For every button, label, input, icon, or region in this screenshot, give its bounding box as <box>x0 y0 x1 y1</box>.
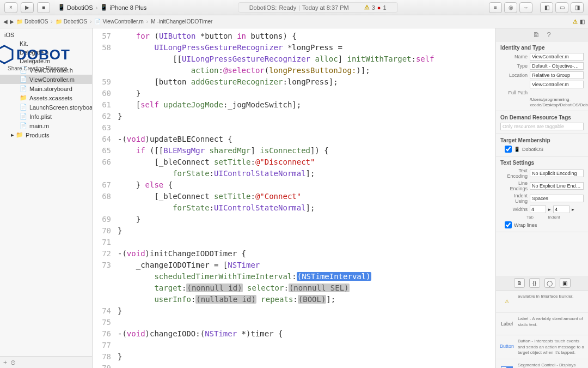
file-warning-icon[interactable]: ⚠ <box>573 19 578 25</box>
tree-item[interactable]: 📁 Assets.xcassets <box>0 93 92 102</box>
quick-help-tab-icon[interactable]: ? <box>547 31 550 39</box>
lib-file-templates-icon[interactable]: 🗎 <box>514 278 525 288</box>
identity-section-title: Identity and Type <box>500 45 584 51</box>
lib-media-icon[interactable]: ▣ <box>560 278 571 288</box>
jump-bar: ◀ ▶ 📁DobotiOS› 📁DobotiOS› 📄ViewControlle… <box>0 15 588 28</box>
tree-item[interactable]: 📄 Main.storyboard <box>0 84 92 93</box>
type-select[interactable]: Default - Objective-C Sou... <box>530 62 584 70</box>
tree-item[interactable]: 📄 LaunchScreen.storyboard <box>0 102 92 112</box>
activity-status: DobotiOS: Ready | Today at 8:37 PM ⚠3 ●1 <box>238 2 398 13</box>
name-field[interactable]: ViewController.m <box>530 53 584 61</box>
tree-item[interactable]: Delegate.m <box>0 57 92 65</box>
related-items-icon[interactable]: ◧ <box>580 19 585 25</box>
add-icon[interactable]: + <box>3 359 7 366</box>
error-icon[interactable]: ● <box>377 4 381 11</box>
breadcrumb[interactable]: 📁DobotiOS› 📁DobotiOS› 📄ViewController.m›… <box>16 19 212 25</box>
editor-assistant-icon[interactable]: ◎ <box>504 2 517 13</box>
toggle-navigator-icon[interactable]: ◧ <box>540 2 553 13</box>
tree-item[interactable]: Delegate.h <box>0 48 92 57</box>
location-select[interactable]: Relative to Group <box>530 71 584 79</box>
file-inspector: 🗎 ? Identity and Type NameViewController… <box>495 28 588 368</box>
lib-snippets-icon[interactable]: {} <box>529 278 540 288</box>
lib-objects-icon[interactable]: ◯ <box>544 278 555 288</box>
indent-width-stepper[interactable] <box>553 206 569 213</box>
editor-version-icon[interactable]: ↔ <box>519 2 532 13</box>
tree-item-selected[interactable]: 📄 ViewController.m <box>0 75 92 84</box>
full-path: /Users/programming-xcode/Desktop/DobotiO… <box>530 97 584 107</box>
encoding-select[interactable]: No Explicit Encoding <box>530 170 584 177</box>
navigator-filter-bar: + ⊙ <box>0 356 92 368</box>
file-inspector-tab-icon[interactable]: 🗎 <box>533 31 540 39</box>
library-item[interactable]: ⚠ available in Interface Builder. <box>496 291 588 313</box>
library-item-segmented[interactable]: 12 Segmented Control - Displays multiple… <box>496 359 588 368</box>
main-toolbar: × ▶ ■ 📱DobotiOS › 📱iPhone 8 Plus DobotiO… <box>0 0 588 15</box>
library-item-label[interactable]: Label Label - A variably sized amount of… <box>496 313 588 335</box>
wrap-lines-checkbox[interactable]: Wrap lines <box>505 221 584 228</box>
toggle-inspector-icon[interactable]: ◨ <box>571 2 584 13</box>
tree-item[interactable]: 📄 main.m <box>0 121 92 130</box>
stop-button[interactable]: ■ <box>37 2 50 13</box>
lineending-select[interactable]: No Explicit Line Endings <box>530 182 584 190</box>
tab-width-stepper[interactable] <box>530 206 546 213</box>
indent-select[interactable]: Spaces <box>530 195 584 202</box>
project-navigator: DOBOT Share Creating Pleasure iOS Kit. D… <box>0 28 93 368</box>
tree-root[interactable]: iOS <box>0 31 92 39</box>
filter-icon[interactable]: ⊙ <box>10 359 16 366</box>
nav-back-icon[interactable]: ◀ <box>3 19 8 25</box>
nav-fwd-icon[interactable]: ▶ <box>10 19 14 25</box>
toggle-debug-icon[interactable]: ▭ <box>555 2 568 13</box>
library-item-button[interactable]: Button Button - Intercepts touch events … <box>496 335 588 359</box>
warning-icon[interactable]: ⚠ <box>364 4 370 11</box>
scheme-selector[interactable]: 📱DobotiOS › 📱iPhone 8 Plus <box>58 4 146 11</box>
tree-item[interactable]: 📄 ViewController.h <box>0 65 92 75</box>
close-window-icon[interactable]: × <box>4 2 17 13</box>
location-file: ViewController.m <box>530 81 584 88</box>
code-editor[interactable]: 57 for (UIButton *button in buttons) { 5… <box>93 28 495 368</box>
target-checkbox[interactable]: 📱 DobotiOS <box>505 146 584 153</box>
editor-standard-icon[interactable]: ≡ <box>489 2 502 13</box>
run-button[interactable]: ▶ <box>21 2 34 13</box>
tree-item[interactable]: 📄 Info.plist <box>0 112 92 121</box>
tree-products[interactable]: ▸ 📁 Products <box>0 130 92 140</box>
tree-item[interactable]: Kit. <box>0 39 92 48</box>
ondemand-tags-field: Only resources are taggable <box>500 123 584 130</box>
